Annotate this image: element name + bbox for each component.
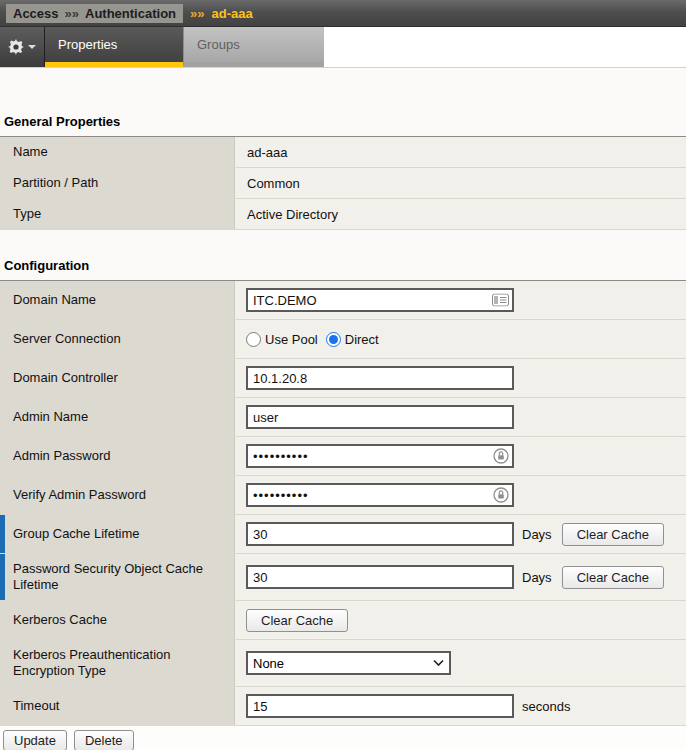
configuration-table: Domain Name Serve xyxy=(0,281,686,726)
group-cache-lifetime-input[interactable] xyxy=(246,522,514,546)
config-row-admin-name: Admin Name xyxy=(0,398,686,437)
partition-path-value: Common xyxy=(235,168,686,198)
general-properties-table: Name ad-aaa Partition / Path Common Type… xyxy=(0,137,686,230)
seconds-unit-label: seconds xyxy=(522,699,570,714)
direct-radio-label[interactable]: Direct xyxy=(345,332,379,347)
domain-name-label: Domain Name xyxy=(0,281,235,319)
table-row: Partition / Path Common xyxy=(0,168,686,199)
admin-name-label: Admin Name xyxy=(0,398,235,436)
tab-strip: Properties Groups xyxy=(0,27,686,68)
lock-circle-icon xyxy=(493,448,509,464)
partition-path-label: Partition / Path xyxy=(0,168,235,198)
gear-icon xyxy=(8,39,24,55)
table-row: Name ad-aaa xyxy=(0,137,686,168)
verify-admin-password-label: Verify Admin Password xyxy=(0,476,235,514)
settings-menu-button[interactable] xyxy=(0,27,45,67)
config-row-kerberos-cache: Kerberos Cache Clear Cache xyxy=(0,601,686,640)
breadcrumb-separator: »» xyxy=(190,6,204,21)
config-row-group-cache-lifetime: Group Cache Lifetime Days Clear Cache xyxy=(0,515,686,554)
main-content: General Properties Name ad-aaa Partition… xyxy=(0,68,686,750)
config-row-verify-admin-password: Verify Admin Password xyxy=(0,476,686,515)
server-connection-radio-group: Use Pool Direct xyxy=(246,332,387,347)
general-properties-title: General Properties xyxy=(0,114,686,137)
config-row-domain-name: Domain Name xyxy=(0,281,686,320)
breadcrumb-item-access[interactable]: Access xyxy=(13,6,59,21)
domain-name-input[interactable] xyxy=(246,288,514,312)
footer-actions: Update Delete xyxy=(0,726,686,750)
tab-groups[interactable]: Groups xyxy=(183,27,324,67)
days-unit-label: Days xyxy=(522,570,552,585)
direct-radio[interactable] xyxy=(326,332,341,347)
group-cache-lifetime-label: Group Cache Lifetime xyxy=(0,515,235,553)
breadcrumb-separator: »» xyxy=(65,6,79,21)
breadcrumb-item-authentication[interactable]: Authentication xyxy=(85,6,176,21)
breadcrumb: Access »» Authentication »» ad-aaa xyxy=(0,0,686,27)
use-pool-radio[interactable] xyxy=(246,332,261,347)
password-security-cache-label: Password Security Object Cache Lifetime xyxy=(0,554,235,600)
type-label: Type xyxy=(0,199,235,229)
group-cache-clear-button[interactable]: Clear Cache xyxy=(562,523,664,546)
delete-button[interactable]: Delete xyxy=(74,730,134,750)
password-security-cache-input[interactable] xyxy=(246,565,514,589)
caret-down-icon xyxy=(28,45,36,49)
table-row: Type Active Directory xyxy=(0,199,686,230)
verify-admin-password-input[interactable] xyxy=(246,483,514,507)
breadcrumb-path-box: Access »» Authentication xyxy=(6,4,183,23)
admin-name-input[interactable] xyxy=(246,405,514,429)
configuration-title: Configuration xyxy=(0,258,686,281)
kerberos-cache-clear-button[interactable]: Clear Cache xyxy=(246,609,348,632)
admin-password-label: Admin Password xyxy=(0,437,235,475)
timeout-label: Timeout xyxy=(0,687,235,725)
lock-circle-icon xyxy=(493,487,509,503)
name-label: Name xyxy=(0,137,235,167)
domain-controller-label: Domain Controller xyxy=(0,359,235,397)
config-row-password-security-cache: Password Security Object Cache Lifetime … xyxy=(0,554,686,601)
update-button[interactable]: Update xyxy=(3,730,67,750)
days-unit-label: Days xyxy=(522,527,552,542)
type-value: Active Directory xyxy=(235,199,686,229)
server-connection-label: Server Connection xyxy=(0,320,235,358)
config-row-timeout: Timeout seconds xyxy=(0,687,686,726)
kerberos-encryption-select[interactable]: None xyxy=(246,651,451,675)
domain-controller-input[interactable] xyxy=(246,366,514,390)
address-list-icon[interactable] xyxy=(492,294,509,307)
use-pool-radio-label[interactable]: Use Pool xyxy=(265,332,318,347)
breadcrumb-current-page: ad-aaa xyxy=(211,6,252,21)
tab-properties[interactable]: Properties xyxy=(45,27,183,67)
kerberos-preauth-label: Kerberos Preauthentication Encryption Ty… xyxy=(0,640,235,686)
kerberos-cache-label: Kerberos Cache xyxy=(0,601,235,639)
config-row-server-connection: Server Connection Use Pool Direct xyxy=(0,320,686,359)
config-row-kerberos-preauth: Kerberos Preauthentication Encryption Ty… xyxy=(0,640,686,687)
password-security-cache-clear-button[interactable]: Clear Cache xyxy=(562,566,664,589)
admin-password-input[interactable] xyxy=(246,444,514,468)
name-value: ad-aaa xyxy=(235,137,686,167)
config-row-admin-password: Admin Password xyxy=(0,437,686,476)
config-row-domain-controller: Domain Controller xyxy=(0,359,686,398)
timeout-input[interactable] xyxy=(246,694,514,718)
